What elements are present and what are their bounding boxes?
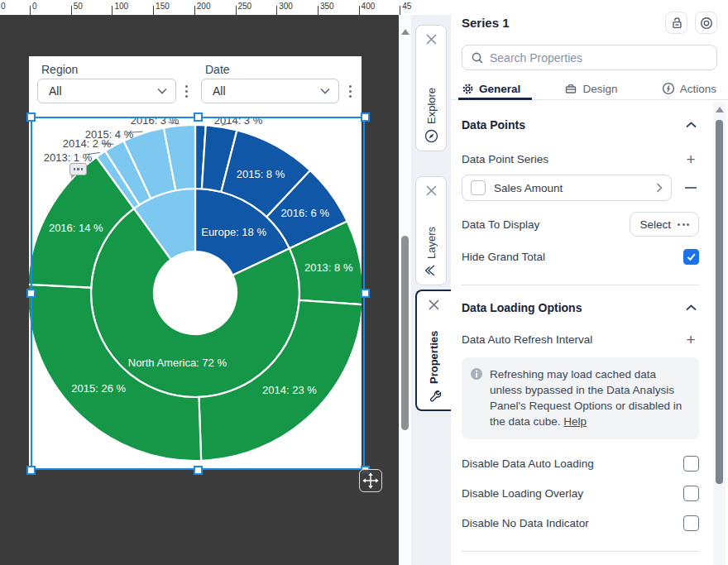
callout-slice-label: 2015: 4 %	[85, 128, 134, 141]
ruler-tick-label: 0	[32, 2, 37, 11]
outer-slice-label: 2016: 6 %	[280, 207, 329, 219]
section-divider	[462, 551, 699, 552]
wrench-icon	[428, 389, 441, 402]
tab-properties-label: Properties	[428, 316, 440, 384]
ruler-tick	[71, 6, 72, 15]
layers-icon	[424, 264, 438, 277]
actions-icon	[662, 82, 675, 95]
selection-resize-handle[interactable]	[194, 466, 203, 475]
move-handle[interactable]	[359, 469, 382, 492]
data-to-display-label: Data To Display	[462, 218, 539, 231]
data-to-display-select-button[interactable]: Select	[630, 212, 699, 237]
callout-slice-label: 2016: 3 %	[131, 114, 180, 127]
outer-slice-label: 2015: 8 %	[237, 168, 285, 180]
selection-resize-handle[interactable]	[361, 289, 370, 298]
ruler-tick	[276, 6, 277, 15]
selection-resize-handle[interactable]	[26, 289, 36, 298]
outer-slice-label: 2015: 26 %	[71, 382, 126, 395]
disable-no-data-indicator-checkbox[interactable]	[683, 515, 699, 531]
tab-design-label: Design	[582, 83, 617, 95]
canvas-vertical-scrollbar[interactable]	[399, 15, 411, 565]
canvas-scrollbar-thumb[interactable]	[401, 236, 409, 430]
outer-slice-label: 2016: 14 %	[49, 222, 103, 234]
selection-resize-handle[interactable]	[194, 113, 203, 122]
close-icon[interactable]	[425, 33, 438, 45]
ruler-tick-label: 350	[320, 2, 334, 11]
ruler-tick	[112, 6, 113, 15]
scroll-up-arrow-icon[interactable]	[401, 29, 410, 35]
selection-resize-handle[interactable]	[361, 113, 370, 122]
add-refresh-interval-button[interactable]: +	[682, 334, 699, 346]
tab-properties[interactable]: Properties	[415, 290, 451, 411]
section-data-loading-title: Data Loading Options	[462, 301, 582, 314]
section-data-points-title: Data Points	[462, 118, 525, 132]
check-icon	[686, 251, 697, 262]
series-checkbox[interactable]	[471, 180, 486, 195]
outer-slice-label: 2014: 23 %	[262, 384, 317, 396]
select-button-label: Select	[639, 218, 671, 231]
selection-resize-handle[interactable]	[26, 113, 36, 122]
inner-slice-label: North America: 72 %	[128, 357, 228, 369]
add-series-button[interactable]: +	[682, 154, 699, 165]
tab-layers-label: Layers	[425, 202, 438, 259]
help-link[interactable]: Help	[563, 415, 587, 428]
search-input[interactable]	[490, 51, 708, 65]
tab-layers[interactable]: Layers	[415, 176, 447, 285]
hide-grand-total-checkbox[interactable]	[683, 249, 699, 265]
ruler-tick-label: 100	[114, 2, 128, 11]
ruler-tick	[194, 6, 195, 15]
collapse-section-button[interactable]	[682, 122, 699, 128]
callout-slice-label: 2014: 3 %	[214, 114, 263, 127]
compass-icon	[424, 129, 438, 143]
check-icon	[686, 518, 697, 529]
callout-slice-label: 2013: 1 %	[44, 151, 93, 164]
auto-refresh-interval-label: Data Auto Refresh Interval	[462, 333, 592, 346]
ruler-tick	[236, 6, 237, 15]
panel-scrollbar-thumb[interactable]	[716, 120, 723, 484]
selection-resize-handle[interactable]	[26, 466, 36, 475]
visibility-button[interactable]	[695, 12, 717, 34]
close-icon[interactable]	[425, 184, 438, 197]
ruler-tick	[30, 6, 31, 15]
donut-hole	[154, 251, 237, 334]
info-message: Refreshing may load cached data unless b…	[462, 357, 699, 439]
chevron-up-icon	[686, 304, 697, 311]
search-properties[interactable]	[462, 45, 717, 70]
disable-auto-loading-checkbox[interactable]	[683, 456, 699, 472]
lock-open-icon	[669, 16, 684, 31]
ruler-tick-label: 150	[156, 2, 170, 11]
collapse-section-button[interactable]	[682, 304, 699, 311]
tab-actions[interactable]: Actions	[662, 78, 716, 99]
info-icon	[470, 367, 483, 381]
ruler-tick-label: 250	[238, 2, 252, 11]
outer-slice-label: 2013: 8 %	[304, 261, 353, 274]
properties-panel: Series 1 General Design Actions	[451, 0, 728, 565]
ruler-tick-label: 450	[402, 2, 411, 11]
tab-general[interactable]: General	[462, 78, 520, 99]
chevron-right-icon	[656, 183, 663, 193]
ruler-tick-label: 300	[279, 2, 293, 11]
app-window: 0050100150200250300350400450 Region All …	[0, 0, 728, 565]
series-item-sales-amount[interactable]: Sales Amount	[462, 175, 672, 201]
close-icon[interactable]	[428, 299, 440, 311]
scroll-up-arrow-icon[interactable]	[716, 107, 724, 113]
hide-grand-total-label: Hide Grand Total	[462, 251, 545, 263]
ruler-tick-label: 400	[362, 2, 376, 11]
ruler-edge-label: 0	[1, 2, 6, 11]
panel-header: Series 1	[451, 0, 728, 34]
check-icon	[686, 488, 697, 499]
comment-bubble-icon[interactable]	[69, 163, 87, 175]
disable-loading-overlay-label: Disable Loading Overlay	[462, 487, 583, 500]
disable-loading-overlay-checkbox[interactable]	[683, 486, 699, 501]
tab-design[interactable]: Design	[564, 78, 617, 99]
panel-vertical-scrollbar[interactable]	[713, 103, 726, 565]
panel-tabs: General Design Actions	[451, 78, 728, 100]
section-divider	[462, 285, 699, 285]
ruler-tick	[153, 6, 154, 15]
lock-button[interactable]	[665, 12, 687, 34]
inner-slice-label: Europe: 18 %	[201, 226, 266, 238]
series-item-label: Sales Amount	[494, 182, 648, 194]
panel-title: Series 1	[462, 16, 658, 30]
tab-explore[interactable]: Explore	[415, 25, 447, 151]
remove-series-button[interactable]	[682, 187, 699, 189]
